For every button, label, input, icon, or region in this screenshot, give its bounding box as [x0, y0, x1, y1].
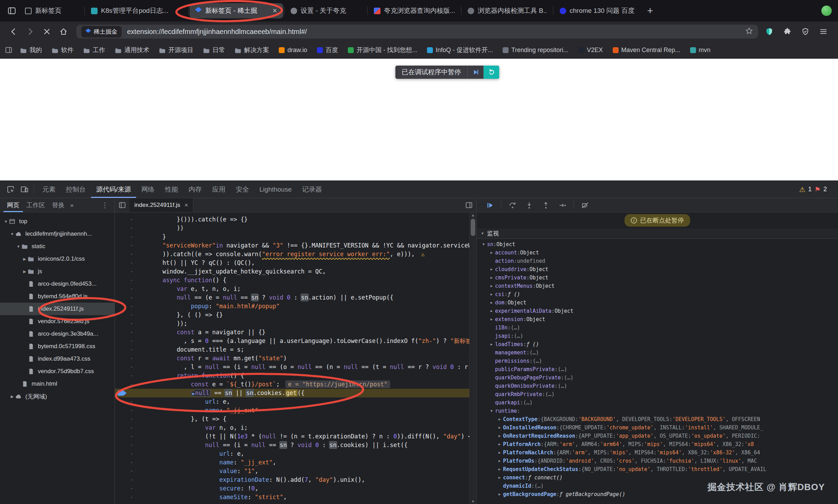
- scroll-down-icon[interactable]: ▼: [470, 499, 476, 503]
- bookmark-folder[interactable]: 开源项目: [156, 44, 197, 56]
- tree-collapse-arrow[interactable]: ▶: [22, 269, 28, 274]
- line-gutter[interactable]: -: [115, 293, 148, 302]
- watch-row[interactable]: ▶extension: Object: [477, 315, 838, 324]
- tree-expand-arrow[interactable]: ▼: [3, 219, 9, 224]
- tree-collapse-arrow[interactable]: ▶: [22, 257, 28, 261]
- devtools-tab-[interactable]: 安全: [231, 181, 254, 198]
- code-line[interactable]: - url: e,: [115, 397, 476, 406]
- code-editor[interactable]: - }())).catch((e => {}- ))- }- "serviceW…: [115, 212, 476, 504]
- code-line[interactable]: - , l = null == (i = null == (o = null =…: [115, 363, 476, 371]
- watch-row[interactable]: quarkDebugPagePrivate: (…): [477, 373, 838, 382]
- watch-row[interactable]: ▶PlatformArch: {ARM: 'arm', ARM64: 'arm6…: [477, 440, 838, 448]
- devtools-tab-[interactable]: 记录器: [297, 181, 327, 198]
- bookmark-folder[interactable]: 解决方案: [231, 44, 273, 56]
- tree-item[interactable]: index.d99aa473.css: [0, 353, 115, 365]
- line-gutter[interactable]: -: [115, 476, 148, 484]
- home-button[interactable]: [56, 24, 71, 39]
- code-line[interactable]: - ));: [115, 319, 476, 328]
- line-gutter[interactable]: -: [115, 259, 148, 267]
- bookmark-folder[interactable]: 工作: [80, 44, 109, 56]
- tree-item[interactable]: ▼static: [0, 240, 115, 253]
- editor-file-tab[interactable]: index.2524911f.js ×: [129, 198, 193, 212]
- line-gutter[interactable]: -: [115, 224, 148, 233]
- watch-row[interactable]: i18n: (…): [477, 324, 838, 332]
- browser-tab[interactable]: chrome 130 问题 百度...: [554, 3, 641, 18]
- watch-collapse-arrow[interactable]: ▶: [496, 423, 503, 432]
- line-gutter[interactable]: -: [115, 319, 148, 328]
- watch-collapse-arrow[interactable]: ▶: [496, 473, 503, 482]
- toggle-navigator-icon[interactable]: [115, 201, 129, 209]
- watch-collapse-arrow[interactable]: ▶: [496, 432, 503, 440]
- navigator-menu-icon[interactable]: ⋮: [99, 201, 111, 209]
- promo-shield-icon[interactable]: [764, 24, 775, 39]
- watch-collapse-arrow[interactable]: ▶: [488, 282, 495, 290]
- watch-collapse-arrow[interactable]: ▶: [496, 457, 503, 465]
- code-line[interactable]: - async function() {: [115, 276, 476, 285]
- watch-row[interactable]: quarkOmniboxPrivate: (…): [477, 382, 838, 390]
- line-gutter[interactable]: -: [115, 441, 148, 450]
- devtools-tab-[interactable]: 控制台: [61, 181, 91, 198]
- watch-section-header[interactable]: ▼ 监视: [477, 228, 838, 239]
- watch-expand-arrow[interactable]: ▼: [480, 240, 487, 249]
- code-line[interactable]: - }())).catch((e => {}: [115, 215, 476, 224]
- tree-expand-arrow[interactable]: ▼: [15, 244, 22, 249]
- code-line[interactable]: - "serviceWorker"in navigator && "3" !==…: [115, 241, 476, 250]
- tree-item[interactable]: ▼top: [0, 215, 115, 228]
- code-line[interactable]: - const a = navigator || {}: [115, 328, 476, 337]
- tree-expand-arrow[interactable]: ▼: [9, 232, 15, 236]
- bookmark-item[interactable]: 开源中国 - 找到您想...: [344, 44, 421, 56]
- watch-row[interactable]: ▶ContextType: {BACKGROUND: 'BACKGROUND',…: [477, 415, 838, 423]
- line-gutter[interactable]: -: [115, 276, 148, 285]
- more-tabs-chevron[interactable]: »: [68, 202, 76, 209]
- watch-row[interactable]: ▶dom: Object: [477, 299, 838, 307]
- line-gutter[interactable]: -: [115, 467, 148, 476]
- watch-row[interactable]: jsapi: (…): [477, 332, 838, 340]
- watch-row[interactable]: ▶csi: ƒ (): [477, 290, 838, 299]
- tree-item[interactable]: arco-design.3e3b49a...: [0, 328, 115, 340]
- security-check-icon[interactable]: [800, 24, 811, 39]
- watch-collapse-arrow[interactable]: ▶: [496, 490, 503, 498]
- tree-item[interactable]: ▶(无网域): [0, 390, 115, 403]
- step-into-button[interactable]: [522, 199, 536, 211]
- bookmark-item[interactable]: InfoQ - 促进软件开...: [424, 44, 496, 56]
- watch-row[interactable]: ▶PlatformNaclArch: {ARM: 'arm', MIPS: 'm…: [477, 448, 838, 457]
- code-line[interactable]: - url: e,: [115, 450, 476, 458]
- line-gutter[interactable]: -: [115, 450, 148, 458]
- bookmark-folder[interactable]: 日常: [200, 44, 228, 56]
- watch-row[interactable]: ▼sn : Object: [477, 240, 838, 249]
- watch-collapse-arrow[interactable]: ▶: [496, 465, 503, 473]
- watch-row[interactable]: permissions: (…): [477, 357, 838, 365]
- bookmark-folder[interactable]: 我的: [17, 44, 45, 56]
- code-line[interactable]: - null == (e = null == sn ? void 0 : sn.…: [115, 293, 476, 302]
- tree-item[interactable]: ▶ionicons/2.0.1/css: [0, 253, 115, 265]
- resume-script-button[interactable]: [467, 66, 483, 79]
- watch-row[interactable]: quarkapi: (…): [477, 398, 838, 407]
- code-line[interactable]: - }, (t => {: [115, 415, 476, 423]
- browser-avatar[interactable]: [821, 6, 832, 16]
- window-panel-icon[interactable]: [5, 4, 19, 18]
- tree-item[interactable]: bytemd.0c571998.css: [0, 340, 115, 353]
- bookmark-item[interactable]: draw.io: [275, 45, 311, 56]
- devtools-tab-[interactable]: 网络: [136, 181, 160, 198]
- step-button[interactable]: [555, 199, 569, 211]
- code-line[interactable]: - }: [115, 233, 476, 241]
- line-gutter[interactable]: -: [115, 406, 148, 415]
- browser-tab[interactable]: 设置 - 关于夸克: [285, 3, 367, 18]
- code-line[interactable]: - )): [115, 224, 476, 233]
- watch-row[interactable]: ▶RequestUpdateCheckStatus: {NO_UPDATE: '…: [477, 465, 838, 473]
- line-gutter[interactable]: -: [115, 371, 148, 380]
- bookmark-star-icon[interactable]: [745, 27, 753, 36]
- devtools-tab-Lighthouse[interactable]: Lighthouse: [254, 181, 297, 198]
- code-line[interactable]: - const r = await mn.get("state"): [115, 354, 476, 363]
- code-line[interactable]: - var e, t, n, o, i;: [115, 285, 476, 293]
- site-chip[interactable]: 稀土掘金: [81, 26, 121, 37]
- address-bar[interactable]: 稀土掘金 extension://lecdifefmmfjnjjinhaennh…: [76, 25, 758, 39]
- browser-tab[interactable]: 夸克浏览器查询内核版...: [368, 3, 460, 18]
- code-line[interactable]: - )).catch((e => console.warn("error reg…: [115, 250, 476, 259]
- watch-row[interactable]: ▶clouddrive: Object: [477, 265, 838, 274]
- watch-collapse-arrow[interactable]: ▶: [496, 448, 503, 457]
- navigator-tab-替换[interactable]: 替换: [49, 198, 68, 212]
- devtools-tab-[interactable]: 性能: [160, 181, 183, 198]
- tree-item[interactable]: index.2524911f.js: [0, 303, 115, 315]
- code-line[interactable]: - const e = `${_t()}/post`;e = "https://…: [115, 380, 476, 389]
